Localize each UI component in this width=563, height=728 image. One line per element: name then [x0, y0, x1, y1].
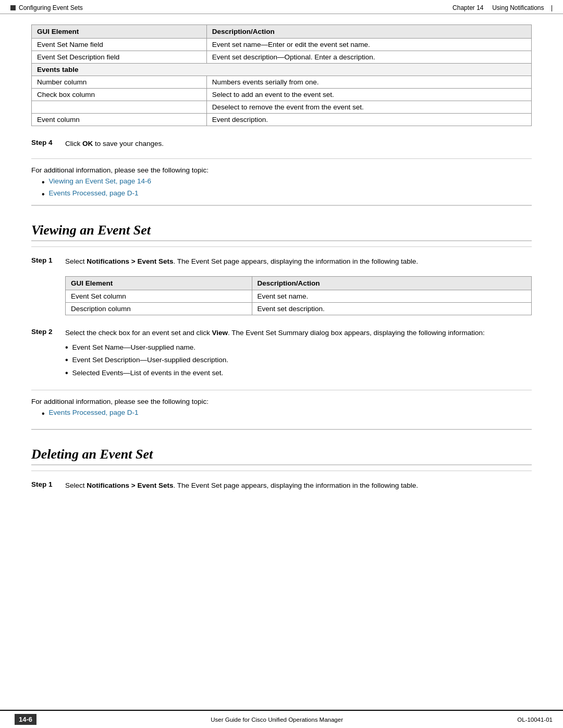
table1-wrapper: GUI Element Description/Action Event Set…	[31, 24, 532, 126]
page-header: Configuring Event Sets Chapter 14 Using …	[0, 0, 563, 14]
step4-label: Step 4	[31, 139, 60, 149]
header-pipe: |	[551, 4, 553, 11]
square-icon	[10, 5, 16, 10]
section-viewing-title: Viewing an Event Set	[31, 223, 532, 241]
divider1	[31, 158, 532, 159]
viewing-step1-bold: Notifications > Event Sets	[87, 257, 173, 265]
table1-cell-col1: Event Set Name field	[32, 39, 207, 51]
divider4	[31, 471, 532, 471]
divider2	[31, 246, 532, 247]
footer-page-badge: 14-6	[15, 714, 36, 725]
breadcrumb: Configuring Event Sets	[19, 4, 83, 11]
section-deleting-wrapper: Deleting an Event Set Step 1 Select Noti…	[31, 429, 532, 495]
table2-col1-header: GUI Element	[66, 276, 252, 290]
table2-cell-col1: Event Set column	[66, 290, 252, 302]
additional-info-2: For additional information, please see t…	[31, 398, 532, 405]
section-deleting-title: Deleting an Event Set	[31, 447, 532, 465]
viewing-bullets: Event Set Name—User-supplied name.Event …	[65, 342, 532, 378]
table1-cell-col1: Check box column	[32, 89, 207, 101]
deleting-step1-block: Step 1 Select Notifications > Event Sets…	[31, 476, 532, 495]
footer-center-text: User Guide for Cisco Unified Operations …	[36, 717, 517, 723]
table1-cell-col1: Number column	[32, 76, 207, 89]
viewing-step2-text-after: . The Event Set Summary dialog box appea…	[228, 329, 485, 337]
table2-cell-col2: Event set name.	[252, 290, 531, 302]
links-list-2: Events Processed, page D-1	[42, 409, 532, 418]
link[interactable]: Events Processed, page D-1	[49, 189, 139, 197]
chapter-title: Using Notifications	[492, 4, 544, 11]
table2-cell-col1: Description column	[66, 302, 252, 315]
deleting-step1-text: . The Event Set page appears, displaying…	[173, 482, 418, 489]
deleting-step1-content: Select Notifications > Event Sets. The E…	[65, 480, 532, 491]
additional-info-1: For additional information, please see t…	[31, 166, 532, 174]
table2-cell-col2: Event set description.	[252, 302, 531, 315]
main-content: GUI Element Description/Action Event Set…	[0, 14, 563, 511]
step4-block: Step 4 Click OK to save your changes.	[31, 134, 532, 153]
header-right: Chapter 14 Using Notifications |	[452, 4, 553, 11]
table1-cell-col2: Event set name—Enter or edit the event s…	[206, 39, 531, 51]
table2-col2-header: Description/Action	[252, 276, 531, 290]
step4-content: Click OK to save your changes.	[65, 139, 532, 149]
list-item: Selected Events—List of events in the ev…	[65, 368, 532, 378]
table1: GUI Element Description/Action Event Set…	[31, 24, 532, 126]
list-item[interactable]: Viewing an Event Set, page 14-6	[42, 177, 532, 187]
divider3	[31, 390, 532, 390]
link[interactable]: Viewing an Event Set, page 14-6	[49, 177, 151, 185]
viewing-step1-content: Select Notifications > Event Sets. The E…	[65, 256, 532, 267]
step4-text-after: to save your changes.	[93, 140, 164, 147]
table1-col2-header: Description/Action	[206, 25, 531, 39]
viewing-step2-content: Select the check box for an event set an…	[65, 328, 532, 380]
deleting-step1-label: Step 1	[31, 480, 60, 491]
table1-cell-col2: Event description.	[206, 114, 531, 126]
table2: GUI Element Description/Action Event Set…	[65, 276, 532, 315]
viewing-step1-text: . The Event Set page appears, displaying…	[173, 257, 418, 265]
list-item: Event Set Description—User-supplied desc…	[65, 355, 532, 365]
deleting-step1-bold: Notifications > Event Sets	[87, 482, 173, 489]
viewing-step1-label: Step 1	[31, 256, 60, 267]
list-item[interactable]: Events Processed, page D-1	[42, 409, 532, 418]
table1-cell-col2: Select to add an event to the event set.	[206, 89, 531, 101]
viewing-step2-text-before: Select the check box for an event set an…	[65, 329, 212, 337]
table1-cell-col1	[32, 101, 207, 114]
section-viewing-wrapper: Viewing an Event Set Step 1 Select Notif…	[31, 205, 532, 418]
header-left: Configuring Event Sets	[10, 4, 83, 11]
footer-left: 14-6	[10, 714, 36, 725]
table2-wrapper: GUI Element Description/Action Event Set…	[65, 276, 532, 315]
link[interactable]: Events Processed, page D-1	[49, 409, 139, 416]
table1-cell-col2: Numbers events serially from one.	[206, 76, 531, 89]
table1-cell-col1: Event Set Description field	[32, 51, 207, 64]
list-item[interactable]: Events Processed, page D-1	[42, 189, 532, 199]
page-footer: 14-6 User Guide for Cisco Unified Operat…	[0, 710, 563, 728]
footer-right-text: OL-10041-01	[517, 717, 553, 723]
table1-subheader: Events table	[32, 64, 532, 76]
links-list-1: Viewing an Event Set, page 14-6Events Pr…	[42, 177, 532, 199]
list-item: Event Set Name—User-supplied name.	[65, 342, 532, 353]
viewing-step2-label: Step 2	[31, 328, 60, 380]
viewing-step1-block: Step 1 Select Notifications > Event Sets…	[31, 252, 532, 271]
chapter-label: Chapter 14	[452, 4, 483, 11]
viewing-step2-bold: View	[212, 329, 228, 337]
viewing-step2-block: Step 2 Select the check box for an event…	[31, 324, 532, 385]
table1-cell-col2: Event set description—Optional. Enter a …	[206, 51, 531, 64]
table1-cell-col1: Event column	[32, 114, 207, 126]
step4-bold: OK	[82, 140, 93, 147]
table1-cell-col2: Deselect to remove the event from the ev…	[206, 101, 531, 114]
step4-text-before: Click	[65, 140, 82, 147]
table1-col1-header: GUI Element	[32, 25, 207, 39]
